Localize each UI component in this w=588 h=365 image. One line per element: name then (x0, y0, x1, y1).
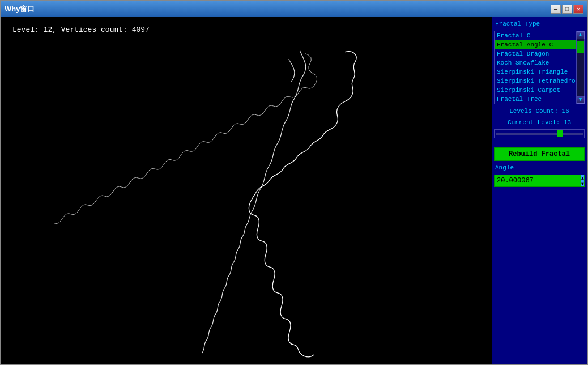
fractal-type-listbox[interactable]: Fractal C Fractal Angle C Fractal Dragon… (494, 31, 585, 104)
list-item-sierpinski-triangle[interactable]: Sierpinski Triangle (495, 67, 584, 77)
spin-down-button[interactable]: ▼ (581, 181, 584, 186)
close-button[interactable]: ✕ (573, 5, 583, 14)
level-slider[interactable] (494, 129, 585, 138)
list-item-sierpinski-carpet[interactable]: Sierpinski Carpet (495, 86, 584, 95)
angle-spinbox[interactable]: ▲ ▼ (494, 175, 585, 187)
canvas-area: Level: 12, Vertices count: 4097 (1, 17, 492, 364)
levels-count-text: Levels Count: 16 (494, 107, 585, 116)
list-item-fractal-dragon[interactable]: Fractal Dragon (495, 49, 584, 58)
main-window: Why窗口 — □ ✕ Level: 12, Vertices count: 4… (0, 0, 588, 365)
list-items-area: Fractal C Fractal Angle C Fractal Dragon… (495, 31, 584, 104)
listbox-scrollbar: ▲ ▼ (576, 31, 584, 104)
angle-label: Angle (494, 163, 585, 172)
slider-track (496, 133, 583, 135)
sidebar: Fractal Type Fractal C Fractal Angle C F… (492, 17, 587, 364)
restore-button[interactable]: □ (562, 5, 572, 14)
list-item-fractal-tree[interactable]: Fractal Tree (495, 95, 584, 104)
list-item-koch-snowflake[interactable]: Koch Snowflake (495, 58, 584, 67)
titlebar: Why窗口 — □ ✕ (1, 1, 587, 17)
fractal-type-label: Fractal Type (494, 19, 585, 28)
main-content: Level: 12, Vertices count: 4097 Fractal … (1, 17, 587, 364)
minimize-button[interactable]: — (551, 5, 561, 14)
scroll-thumb[interactable] (577, 41, 584, 53)
rebuild-fractal-button[interactable]: Rebuild Fractal (494, 147, 585, 161)
scroll-down-button[interactable]: ▼ (577, 96, 585, 104)
fractal-path (249, 52, 356, 357)
scroll-track (577, 39, 584, 96)
angle-input[interactable] (495, 177, 581, 185)
scroll-up-button[interactable]: ▲ (577, 31, 585, 39)
current-level-text: Current Level: 13 (494, 118, 585, 127)
spin-up-button[interactable]: ▲ (581, 175, 584, 181)
fractal-canvas (1, 17, 492, 364)
list-item-sierpinski-tetrahedron[interactable]: Sierpinski Tetrahedron (495, 77, 584, 86)
spinbox-arrows: ▲ ▼ (581, 175, 584, 186)
list-item-fractal-angle-c[interactable]: Fractal Angle C (495, 40, 584, 49)
slider-thumb[interactable] (557, 130, 563, 137)
list-item-fractal-c[interactable]: Fractal C (495, 31, 584, 40)
window-title: Why窗口 (5, 4, 35, 14)
window-controls: — □ ✕ (551, 5, 583, 14)
